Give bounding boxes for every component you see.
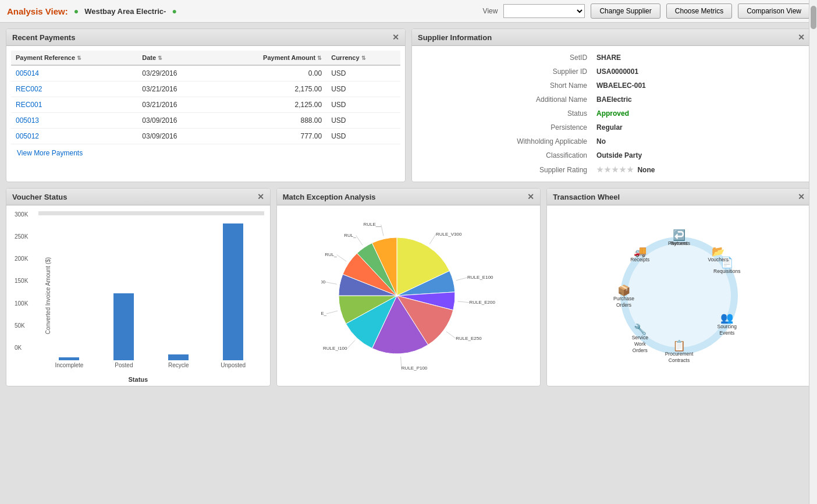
pie-label-line <box>337 255 347 261</box>
field-value-cell: BAElectric <box>592 93 806 107</box>
comparison-view-button[interactable]: Comparison View <box>738 3 810 19</box>
amount-cell: 777.00 <box>212 129 326 144</box>
page-title: Analysis View: <box>7 6 68 16</box>
choose-metrics-button[interactable]: Choose Metrics <box>666 3 732 19</box>
view-label: View <box>483 7 498 15</box>
pie-label-line <box>429 234 436 244</box>
bar[interactable] <box>168 354 189 360</box>
recent-payments-close[interactable]: ✕ <box>392 33 399 42</box>
y-label: 100K <box>15 300 28 307</box>
field-label: Additional Name <box>417 93 592 107</box>
supplier-info-close[interactable]: ✕ <box>798 33 805 42</box>
wheel-item-icon[interactable]: 📋 <box>673 339 686 352</box>
voucher-status-close[interactable]: ✕ <box>257 192 264 201</box>
payment-ref-link[interactable]: 005013 <box>16 116 39 125</box>
bar-group: Recycle <box>154 354 204 368</box>
pie-label-line <box>325 282 337 285</box>
x-axis-label: Status <box>6 376 270 383</box>
voucher-status-title: Voucher Status <box>12 193 67 201</box>
wheel-item-icon[interactable]: 🔧 <box>633 323 647 336</box>
wheel-item-label: Orders <box>632 347 647 353</box>
field-value-cell: WBAELEC-001 <box>592 79 806 93</box>
table-row: 005012 03/09/2016 777.00 USD <box>11 129 400 144</box>
field-value: WBAELEC-001 <box>596 81 646 90</box>
wheel-item-label: Purchase <box>613 296 634 301</box>
scrollbar[interactable] <box>809 0 817 504</box>
wheel-item-label: Procurement <box>665 351 693 357</box>
col-date: Date ⇅ <box>137 51 212 65</box>
wheel-container: 💰Payments📄Requisitions👥SourcingEvents📋Pr… <box>547 205 811 386</box>
date-cell: 03/21/2016 <box>137 97 212 113</box>
view-more-link[interactable]: View More Payments <box>17 149 83 157</box>
y-labels: 300K250K200K150K100K50K0K <box>15 211 28 351</box>
rating-value: None <box>637 166 655 174</box>
wheel-item-label: Service <box>631 335 648 340</box>
amount-cell: 0.00 <box>212 65 326 81</box>
supplier-row: Persistence Regular <box>417 120 806 134</box>
payment-ref-cell: 005013 <box>11 113 137 129</box>
match-exception-close[interactable]: ✕ <box>527 192 534 201</box>
bar[interactable] <box>113 293 134 360</box>
wheel-item-icon[interactable]: ↩️ <box>673 229 686 242</box>
status-value: Approved <box>596 109 629 118</box>
pie-label-line <box>381 225 383 236</box>
supplier-row: Short Name WBAELEC-001 <box>417 79 806 93</box>
wheel-item-icon[interactable]: 📂 <box>712 245 725 258</box>
supplier-name: Westbay Area Electric- <box>84 7 166 16</box>
wheel-svg: 💰Payments📄Requisitions👥SourcingEvents📋Pr… <box>598 214 761 377</box>
date-cell: 03/21/2016 <box>137 81 212 97</box>
wheel-item-label: Sourcing <box>717 324 737 329</box>
currency-cell: USD <box>326 129 400 144</box>
wheel-item-label: Events <box>719 330 734 336</box>
view-more-payments: View More Payments <box>11 144 400 162</box>
currency-cell: USD <box>326 81 400 97</box>
wheel-item-icon[interactable]: 👥 <box>720 311 734 324</box>
pie-label: RULE_E200 <box>469 300 495 305</box>
field-label: Persistence <box>417 120 592 134</box>
pie-label: RULE__ <box>363 222 381 227</box>
supplier-row: Supplier Rating ★★★★★ None <box>417 162 806 177</box>
transaction-wheel-close[interactable]: ✕ <box>798 192 805 201</box>
payment-ref-link[interactable]: REC001 <box>16 101 42 109</box>
bar-label: Incomplete <box>55 362 84 368</box>
bar-label: Recycle <box>168 362 189 368</box>
bar[interactable] <box>59 357 79 360</box>
bar[interactable] <box>223 223 243 360</box>
transaction-wheel-title: Transaction Wheel <box>553 193 620 201</box>
change-supplier-button[interactable]: Change Supplier <box>591 3 660 19</box>
table-row: 005013 03/09/2016 888.00 USD <box>11 113 400 129</box>
bar-label: Unposted <box>221 362 246 368</box>
status-icon: ● <box>74 6 79 16</box>
pie-chart: RULE_V300RULE_E100RULE_E200RULE_E250RULE… <box>321 214 496 377</box>
view-select[interactable] <box>503 4 585 18</box>
field-label: SetID <box>417 51 592 65</box>
supplier-row: Classification Outside Party <box>417 148 806 162</box>
table-row: REC001 03/21/2016 2,125.00 USD <box>11 97 400 113</box>
field-value: Outside Party <box>596 151 642 159</box>
table-row: REC002 03/21/2016 2,175.00 USD <box>11 81 400 97</box>
y-label: 150K <box>15 278 28 284</box>
payment-ref-link[interactable]: 005012 <box>16 132 39 140</box>
payment-ref-cell: 005014 <box>11 65 137 81</box>
transaction-wheel-header: Transaction Wheel ✕ <box>547 189 811 205</box>
wheel-item-label: Vouchers <box>708 257 728 262</box>
payments-table: Payment Reference ⇅ Date ⇅ Payment Amoun… <box>11 51 400 144</box>
wheel-item-icon[interactable]: 📦 <box>617 284 631 297</box>
col-amount: Payment Amount ⇅ <box>212 51 326 65</box>
pie-label: RULE_V300 <box>436 232 462 237</box>
supplier-table: SetID SHARE Supplier ID USA0000001 Short… <box>417 51 806 177</box>
scrollbar-thumb[interactable] <box>811 6 816 29</box>
payments-header-row: Payment Reference ⇅ Date ⇅ Payment Amoun… <box>11 51 400 65</box>
pie-label: RULE_P100 <box>402 365 428 371</box>
payment-ref-link[interactable]: REC002 <box>16 85 42 93</box>
transaction-wheel-panel: Transaction Wheel ✕ 💰Payments📄Requisitio… <box>546 188 811 386</box>
currency-cell: USD <box>326 65 400 81</box>
payment-ref-link[interactable]: 005014 <box>16 69 39 77</box>
voucher-status-header: Voucher Status ✕ <box>6 189 270 205</box>
supplier-row: Additional Name BAElectric <box>417 93 806 107</box>
payment-ref-cell: REC002 <box>11 81 137 97</box>
y-label: 50K <box>15 322 28 329</box>
payment-ref-cell: 005012 <box>11 129 137 144</box>
wheel-item-icon[interactable]: 🚚 <box>633 245 647 258</box>
wheel-item-label: Receipts <box>630 257 649 262</box>
